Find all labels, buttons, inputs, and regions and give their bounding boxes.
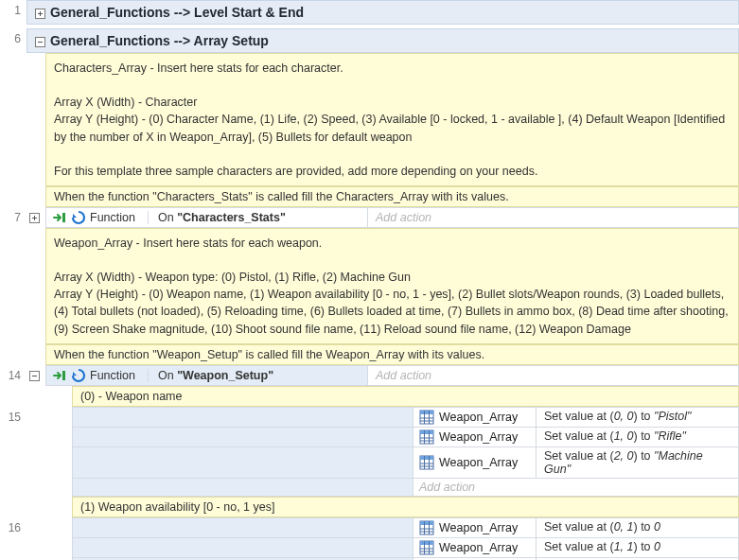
action-text: Set value at (1, 1) to 0 [537,538,738,557]
object-label: Weapon_Array [439,456,518,469]
event-row: 7 Function On "Characters_Stats" Add act… [0,207,739,228]
action-row[interactable]: Weapon_ArraySet value at (0, 0) to "Pist… [72,407,739,428]
add-action-link[interactable]: Add action [368,366,738,385]
arrow-icon [52,368,67,383]
event-weapon-setup[interactable]: Function On "Weapon_Setup" Add action [45,365,739,386]
object-label: Weapon_Array [439,521,518,534]
event-row: 14 Function On "Weapon_Setup" Add action [0,365,739,386]
action-text: Set value at (0, 1) to 0 [537,518,738,537]
action-row[interactable]: Weapon_ArraySet value at (1, 1) to 0 [72,538,739,558]
expand-icon[interactable] [27,212,41,225]
action-text: Set value at (2, 0) to "Machine Gun" [537,447,738,478]
array-icon [419,410,434,425]
add-action-link[interactable]: Add action [413,479,738,496]
condition-empty [73,447,413,478]
action-object: Weapon_Array [413,447,537,478]
condition-empty [73,518,413,537]
line-number: 1 [0,0,26,25]
arrow-icon [52,210,67,225]
line-number: 7 [0,207,26,228]
comment-weapon-name[interactable]: (0) - Weapon name [72,386,739,407]
event-characters-stats[interactable]: Function On "Characters_Stats" Add actio… [45,207,739,228]
group-title: General_Functions --> Array Setup [50,33,269,48]
action-text: Set value at (1, 0) to "Rifle" [537,428,738,446]
comment-characters-when[interactable]: When the function "Characters_Stats" is … [45,186,739,207]
condition-empty [73,538,413,557]
event-row: 15 Weapon_ArraySet value at (0, 0) to "P… [0,407,739,497]
expand-icon[interactable] [33,7,46,20]
array-icon [419,455,434,470]
object-label: Weapon_Array [439,541,518,554]
event-row: 16 Weapon_ArraySet value at (0, 1) to 0W… [0,517,739,560]
collapse-icon[interactable] [27,370,41,383]
line-number: 15 [0,407,26,497]
action-object: Weapon_Array [413,428,537,446]
object-label: Weapon_Array [439,430,518,444]
action-object: Weapon_Array [413,538,537,557]
array-icon [419,540,434,555]
line-number: 6 [0,28,26,53]
array-icon [419,520,434,535]
collapse-icon[interactable] [33,35,46,48]
action-row[interactable]: Weapon_ArraySet value at (0, 1) to 0 [72,517,739,538]
object-label: Function [90,369,149,382]
line-number: 14 [0,365,26,386]
array-icon [419,429,434,445]
comment-row: Characters_Array - Insert here stats for… [0,53,739,186]
object-label: Weapon_Array [439,411,518,424]
comment-row: (1) Weapon availability [0 - no, 1 yes] [0,497,739,517]
action-text: Set value at (0, 0) to "Pistol" [537,408,738,427]
add-action-link[interactable]: Add action [368,208,738,227]
comment-weapon-when[interactable]: When the function "Weapon_Setup" is call… [45,344,739,365]
line-number: 16 [0,517,26,560]
action-object: Weapon_Array [413,518,537,537]
comment-row: When the function "Weapon_Setup" is call… [0,344,739,365]
comment-characters-array[interactable]: Characters_Array - Insert here stats for… [45,53,739,186]
comment-row: (0) - Weapon name [0,386,739,407]
function-icon [71,368,86,383]
action-row[interactable]: Weapon_ArraySet value at (2, 0) to "Mach… [72,447,739,479]
condition-empty [73,428,413,446]
object-label: Function [90,211,149,224]
comment-row: Weapon_Array - Insert here stats for eac… [0,228,739,344]
condition-text: On "Characters_Stats" [158,211,286,224]
condition-text: On "Weapon_Setup" [158,369,273,382]
event-row: 6 General_Functions --> Array Setup [0,28,739,53]
function-icon [71,210,86,225]
event-row: 1 General_Functions --> Level Start & En… [0,0,739,25]
group-title: General_Functions --> Level Start & End [50,5,304,20]
action-object: Weapon_Array [413,408,537,427]
comment-weapon-avail[interactable]: (1) Weapon availability [0 - no, 1 yes] [72,497,739,517]
comment-row: When the function "Characters_Stats" is … [0,186,739,207]
group-header-array[interactable]: General_Functions --> Array Setup [26,28,739,53]
condition-empty [73,479,413,496]
add-action-row[interactable]: Add action [72,479,739,497]
group-header-level[interactable]: General_Functions --> Level Start & End [26,0,739,25]
condition-empty [73,408,413,427]
comment-weapon-array[interactable]: Weapon_Array - Insert here stats for eac… [45,228,739,344]
action-row[interactable]: Weapon_ArraySet value at (1, 0) to "Rifl… [72,428,739,447]
